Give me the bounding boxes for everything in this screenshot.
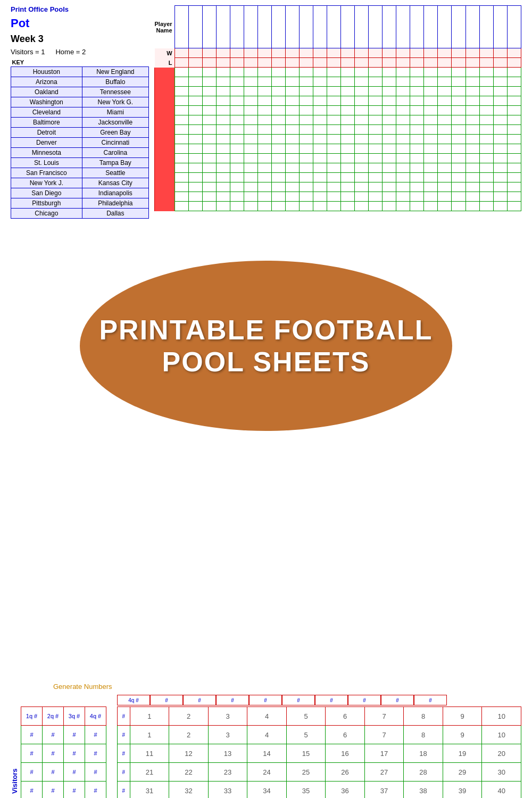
game-cell[interactable] [257,173,271,182]
l-cell[interactable] [466,58,479,68]
game-cell[interactable] [271,125,285,135]
game-cell[interactable] [216,144,230,154]
game-cell[interactable] [257,77,271,87]
game-cell[interactable] [410,106,424,115]
quarter-cell[interactable]: # [85,782,106,799]
game-cell[interactable] [452,106,466,115]
game-cell[interactable] [410,182,424,192]
game-cell[interactable] [355,68,369,77]
game-cell[interactable] [271,87,285,96]
game-cell[interactable] [271,115,285,125]
game-cell[interactable] [202,77,216,87]
game-cell[interactable] [313,202,327,211]
game-cell[interactable] [257,154,271,163]
game-cell[interactable] [493,144,507,154]
quarter-cell[interactable]: # [64,782,85,799]
l-cell[interactable] [174,58,188,68]
game-cell[interactable] [355,106,369,115]
game-cell[interactable] [313,96,327,106]
game-cell[interactable] [396,68,410,77]
game-cell[interactable] [188,202,202,211]
game-cell[interactable] [230,182,244,192]
game-cell[interactable] [202,182,216,192]
game-cell[interactable] [369,173,383,182]
game-cell[interactable] [479,173,493,182]
game-cell[interactable] [202,192,216,202]
w-cell[interactable] [188,48,202,58]
game-cell[interactable] [202,96,216,106]
player-name-cell[interactable] [230,6,244,48]
player-name-cell[interactable] [424,6,438,48]
game-cell[interactable] [479,135,493,144]
l-cell[interactable] [369,58,383,68]
game-cell[interactable] [202,87,216,96]
game-cell[interactable] [507,77,521,87]
game-cell[interactable] [493,154,507,163]
game-cell[interactable] [383,106,396,115]
game-cell[interactable] [396,202,410,211]
game-cell[interactable] [216,173,230,182]
player-name-cell[interactable] [244,6,257,48]
game-cell[interactable] [466,192,479,202]
game-cell[interactable] [271,135,285,144]
quarter-cell[interactable]: # [43,782,64,799]
game-cell[interactable] [369,144,383,154]
game-cell[interactable] [383,154,396,163]
game-cell[interactable] [202,144,216,154]
game-cell[interactable] [438,96,452,106]
game-cell[interactable] [452,182,466,192]
game-cell[interactable] [188,125,202,135]
game-cell[interactable] [216,115,230,125]
game-cell[interactable] [466,125,479,135]
w-cell[interactable] [257,48,271,58]
game-cell[interactable] [299,106,313,115]
game-cell[interactable] [271,154,285,163]
game-cell[interactable] [327,68,341,77]
game-cell[interactable] [383,135,396,144]
game-cell[interactable] [257,144,271,154]
w-cell[interactable] [230,48,244,58]
player-name-cell[interactable] [313,6,327,48]
game-cell[interactable] [202,173,216,182]
game-cell[interactable] [230,163,244,173]
game-cell[interactable] [424,163,438,173]
game-cell[interactable] [299,182,313,192]
game-cell[interactable] [369,163,383,173]
game-cell[interactable] [341,135,355,144]
game-cell[interactable] [327,163,341,173]
l-cell[interactable] [479,58,493,68]
player-name-cell[interactable] [396,6,410,48]
game-cell[interactable] [369,115,383,125]
game-cell[interactable] [410,87,424,96]
game-cell[interactable] [479,77,493,87]
game-cell[interactable] [341,77,355,87]
game-cell[interactable] [355,87,369,96]
game-cell[interactable] [313,68,327,77]
game-cell[interactable] [438,106,452,115]
game-cell[interactable] [341,87,355,96]
l-cell[interactable] [438,58,452,68]
game-cell[interactable] [244,154,257,163]
game-cell[interactable] [202,202,216,211]
game-cell[interactable] [188,68,202,77]
l-cell[interactable] [383,58,396,68]
player-name-cell[interactable] [383,6,396,48]
game-cell[interactable] [355,77,369,87]
game-cell[interactable] [216,154,230,163]
game-cell[interactable] [341,96,355,106]
game-cell[interactable] [410,144,424,154]
game-cell[interactable] [257,115,271,125]
game-cell[interactable] [410,154,424,163]
game-cell[interactable] [466,77,479,87]
game-cell[interactable] [493,115,507,125]
game-cell[interactable] [230,87,244,96]
game-cell[interactable] [244,77,257,87]
l-cell[interactable] [341,58,355,68]
game-cell[interactable] [424,154,438,163]
game-cell[interactable] [299,68,313,77]
game-cell[interactable] [230,154,244,163]
game-cell[interactable] [174,125,188,135]
game-cell[interactable] [244,68,257,77]
game-cell[interactable] [452,144,466,154]
game-cell[interactable] [479,182,493,192]
